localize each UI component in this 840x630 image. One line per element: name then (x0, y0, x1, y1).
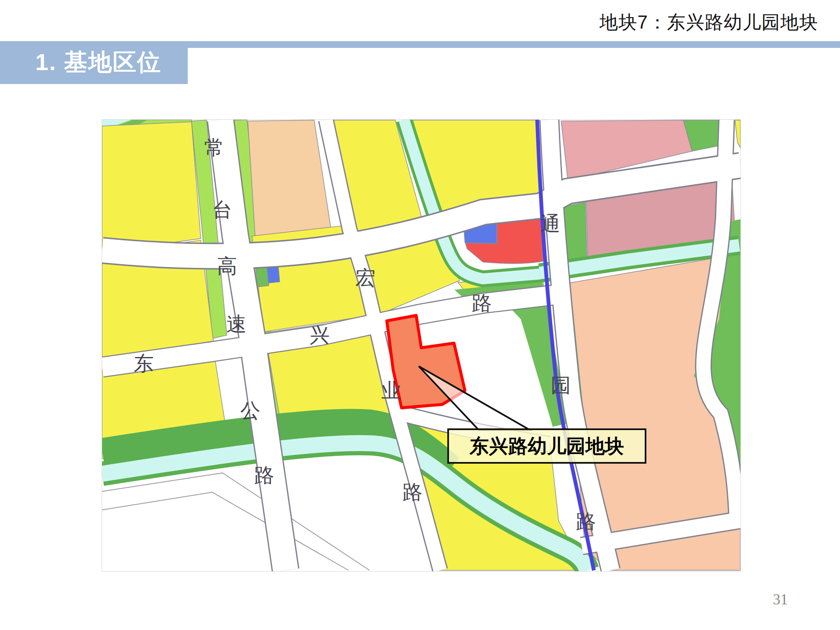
road-label-char: 速 (226, 313, 247, 335)
road-label-char: 园 (551, 374, 571, 396)
section-header-bar: 1. 基地区位 (0, 41, 188, 84)
road-label-char: 兴 (310, 324, 330, 346)
road-label-char: 业 (381, 379, 402, 402)
road-label-char: 路 (402, 481, 423, 503)
road-label-char: 东 (134, 352, 154, 375)
road-label-char: 公 (240, 399, 260, 422)
page-number: 31 (773, 591, 788, 608)
zoning-map-svg: 东兴路幼儿园地块 常 台 高 速 公 路 东 兴 路 宏 业 路 通 园 路 (102, 120, 740, 571)
road-label-char: 路 (472, 292, 492, 314)
road-label-char: 台 (212, 199, 232, 221)
road-label-char: 通 (540, 213, 560, 235)
road-label-char: 高 (217, 255, 237, 277)
road-label-char: 路 (254, 464, 274, 486)
road-label-char: 宏 (355, 267, 375, 289)
slide-title: 地块7：东兴路幼儿园地块 (600, 10, 818, 35)
section-header-label: 1. 基地区位 (35, 47, 161, 79)
location-map: 东兴路幼儿园地块 常 台 高 速 公 路 东 兴 路 宏 业 路 通 园 路 (102, 120, 740, 571)
parcel-yellow-corner-sliver (735, 120, 740, 148)
callout-label: 东兴路幼儿园地块 (469, 435, 624, 457)
road-label-char: 常 (204, 136, 224, 159)
parcel-yellow-nw (102, 122, 201, 252)
boundary-line-outer (102, 473, 370, 570)
boundary-line-inner (102, 492, 349, 570)
plan-boundary-lines (102, 473, 370, 570)
road-label-char: 路 (576, 510, 596, 533)
